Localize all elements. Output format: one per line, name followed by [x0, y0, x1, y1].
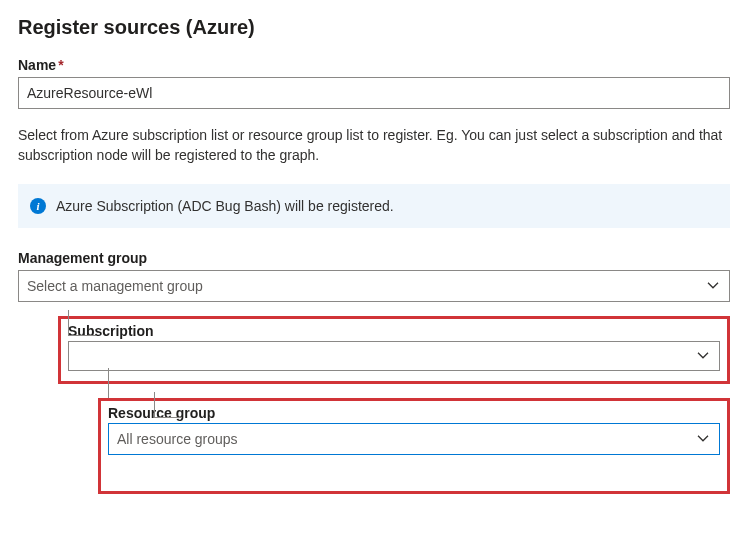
management-group-select[interactable]: Select a management group: [18, 270, 730, 302]
tree-connector: [108, 368, 109, 398]
subscription-select-value: [68, 341, 720, 371]
name-input[interactable]: [18, 77, 730, 109]
subscription-label: Subscription: [68, 323, 720, 339]
required-asterisk: *: [58, 57, 63, 73]
management-group-label: Management group: [18, 250, 730, 266]
resource-group-label: Resource group: [108, 405, 720, 421]
subscription-highlight: Subscription: [58, 316, 730, 384]
info-banner-text: Azure Subscription (ADC Bug Bash) will b…: [56, 198, 394, 214]
info-icon: i: [30, 198, 46, 214]
help-text: Select from Azure subscription list or r…: [18, 125, 730, 166]
page-title: Register sources (Azure): [18, 16, 730, 39]
management-group-select-value: Select a management group: [18, 270, 730, 302]
name-label: Name*: [18, 57, 730, 73]
tree-connector: [68, 310, 96, 336]
resource-group-highlight: Resource group All resource groups: [98, 398, 730, 494]
subscription-select[interactable]: [68, 341, 720, 371]
resource-group-select-value: All resource groups: [108, 423, 720, 455]
tree-connector: [154, 392, 182, 418]
name-label-text: Name: [18, 57, 56, 73]
info-banner: i Azure Subscription (ADC Bug Bash) will…: [18, 184, 730, 228]
resource-group-select[interactable]: All resource groups: [108, 423, 720, 455]
